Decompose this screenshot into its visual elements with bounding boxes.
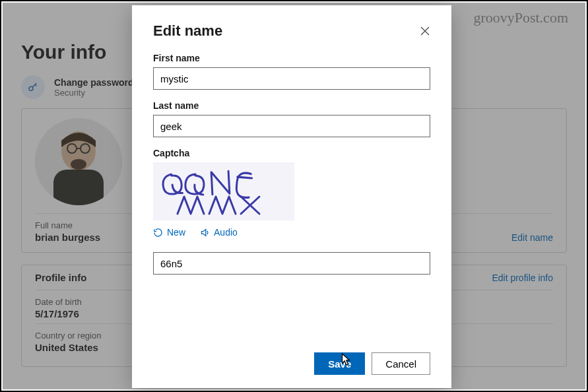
- refresh-icon: [153, 228, 163, 238]
- edit-name-modal: Edit name First name Last name Captcha: [132, 5, 451, 388]
- first-name-input[interactable]: [153, 67, 430, 90]
- captcha-new-button[interactable]: New: [153, 227, 185, 238]
- close-icon[interactable]: [420, 26, 430, 36]
- captcha-audio-button[interactable]: Audio: [200, 227, 238, 238]
- save-button[interactable]: Save: [314, 352, 365, 375]
- first-name-label: First name: [153, 53, 430, 63]
- captcha-image: [153, 162, 294, 220]
- captcha-input[interactable]: [153, 252, 430, 275]
- last-name-input[interactable]: [153, 115, 430, 137]
- last-name-label: Last name: [153, 100, 430, 111]
- captcha-label: Captcha: [153, 148, 430, 158]
- audio-icon: [200, 228, 210, 238]
- cancel-button[interactable]: Cancel: [372, 352, 430, 375]
- modal-title: Edit name: [153, 22, 222, 40]
